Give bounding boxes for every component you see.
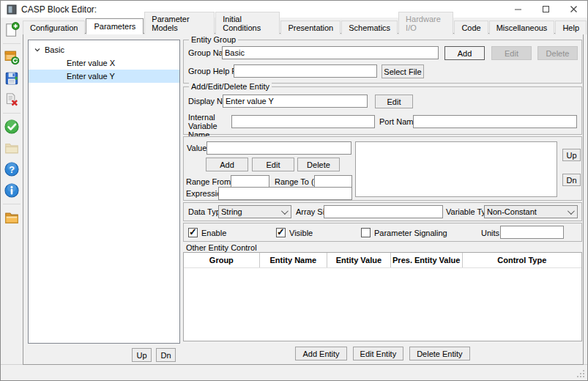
minimize-button[interactable]: [504, 1, 532, 18]
casp-block-editor-window: CASP Block Editor:: [0, 0, 588, 381]
title-bar[interactable]: CASP Block Editor:: [1, 1, 587, 18]
group-name-input[interactable]: [222, 46, 439, 59]
value-delete-button[interactable]: Delete: [297, 158, 340, 171]
new-file-button[interactable]: [3, 21, 21, 39]
entity-detail-panel: Entity Group Group Name Add Edit Delete …: [183, 34, 582, 364]
column-header-entity-name[interactable]: Entity Name: [259, 253, 327, 267]
value-label: Value: [187, 144, 206, 152]
expression-input[interactable]: [218, 187, 352, 200]
entity-tree[interactable]: Basic Enter value X Enter value Y: [28, 40, 180, 344]
maximize-icon: [542, 5, 550, 13]
value-up-button[interactable]: Up: [562, 149, 581, 161]
save-icon: [4, 70, 20, 86]
group-add-button[interactable]: Add: [444, 46, 485, 60]
entity-action-buttons: Add Entity Edit Entity Delete Entity: [183, 347, 582, 360]
left-toolbar: ?: [1, 18, 22, 364]
select-file-button[interactable]: Select File: [382, 64, 424, 78]
tree-dn-button[interactable]: Dn: [156, 348, 176, 362]
info-button[interactable]: [3, 182, 21, 199]
tree-item-enter-value-y[interactable]: Enter value Y: [29, 70, 179, 83]
folder-dim-icon: [4, 140, 20, 156]
column-header-group[interactable]: Group: [184, 253, 259, 267]
group-edit-button: Edit: [491, 46, 532, 60]
value-add-button[interactable]: Add: [206, 158, 248, 171]
other-entity-control-table[interactable]: Group Entity Name Entity Value Pres. Ent…: [183, 252, 582, 341]
visible-label: Visible: [289, 229, 313, 237]
toolbar-separator: [3, 204, 21, 204]
info-icon: [4, 182, 20, 199]
tab-configuration[interactable]: Configuration: [23, 21, 85, 34]
parameter-signaling-checkbox[interactable]: [361, 228, 371, 237]
apply-button[interactable]: [3, 118, 21, 136]
tree-up-button[interactable]: Up: [132, 348, 152, 362]
save-button[interactable]: [3, 70, 21, 87]
toolbar-separator: [3, 43, 21, 44]
data-type-value: String: [221, 207, 281, 216]
tab-miscellaneous[interactable]: Miscellaneous: [489, 21, 555, 34]
app-icon: [7, 4, 17, 15]
tab-parameter-models[interactable]: Parameter Models: [144, 12, 215, 34]
open-refresh-icon: [4, 49, 20, 65]
internal-variable-name-input[interactable]: [231, 115, 375, 128]
parameter-signaling-label: Parameter Signaling: [374, 229, 447, 237]
maximize-button[interactable]: [532, 1, 559, 18]
value-edit-button[interactable]: Edit: [252, 158, 294, 171]
window-title: CASP Block Editor:: [21, 4, 97, 15]
tab-parameters[interactable]: Parameters: [86, 18, 144, 34]
tab-code[interactable]: Code: [454, 21, 488, 34]
enable-label: Enable: [201, 229, 226, 237]
port-name-input[interactable]: [413, 115, 577, 128]
help-icon: ?: [4, 161, 20, 177]
status-bar: [1, 364, 587, 380]
tree-item-label: Enter value Y: [67, 72, 115, 81]
folder-icon: [4, 210, 20, 226]
variable-type-select[interactable]: Non-Constant: [484, 205, 578, 218]
entity-edit-box: Add/Edit/Delete Entity Display Name Edit…: [183, 86, 582, 135]
column-header-entity-value[interactable]: Entity Value: [327, 253, 390, 267]
enable-checkbox[interactable]: [188, 228, 198, 237]
folder-dim-button[interactable]: [3, 139, 21, 157]
help-button[interactable]: ?: [3, 160, 21, 178]
open-refresh-button[interactable]: [3, 48, 21, 66]
resize-grip[interactable]: [576, 369, 586, 379]
table-header-row: Group Entity Name Entity Value Pres. Ent…: [184, 253, 581, 267]
delete-entity-button[interactable]: Delete Entity: [409, 347, 469, 360]
tab-bar: Configuration Parameters Parameter Model…: [23, 19, 587, 34]
window-controls: [504, 1, 587, 18]
port-name-label: Port Name: [379, 117, 418, 126]
tree-item-label: Basic: [45, 45, 64, 54]
close-button[interactable]: [559, 1, 587, 18]
new-file-icon: [4, 22, 20, 38]
display-name-edit-button[interactable]: Edit: [375, 95, 413, 108]
array-size-input[interactable]: [324, 205, 443, 218]
chevron-down-icon: [567, 207, 575, 215]
value-dn-button[interactable]: Dn: [562, 174, 581, 186]
tab-presentation[interactable]: Presentation: [280, 21, 340, 34]
other-entity-control-title: Other Entity Control: [186, 243, 257, 252]
apply-check-icon: [4, 119, 20, 135]
value-input[interactable]: [206, 141, 351, 155]
value-list[interactable]: [355, 141, 557, 197]
add-entity-button[interactable]: Add Entity: [295, 347, 346, 360]
delete-file-button[interactable]: [3, 91, 21, 108]
tree-item-label: Enter value X: [67, 59, 115, 67]
tree-item-enter-value-x[interactable]: Enter value X: [29, 56, 179, 70]
group-help-file-input[interactable]: [234, 64, 377, 78]
svg-text:?: ?: [9, 165, 15, 175]
display-name-input[interactable]: [223, 95, 368, 108]
edit-entity-button[interactable]: Edit Entity: [353, 347, 404, 360]
tab-hardware-io: Hardware I/O: [398, 12, 453, 34]
tab-initial-conditions[interactable]: Initial Conditions: [215, 12, 280, 34]
tab-schematics[interactable]: Schematics: [341, 21, 398, 34]
units-label: Units: [481, 229, 499, 237]
chevron-down-icon[interactable]: [34, 46, 41, 53]
column-header-pres-entity-value[interactable]: Pres. Entity Value: [390, 253, 462, 267]
units-input[interactable]: [500, 226, 564, 239]
tab-help[interactable]: Help: [555, 21, 587, 34]
column-header-control-type[interactable]: Control Type: [462, 253, 581, 267]
tree-item-basic[interactable]: Basic: [29, 43, 179, 56]
visible-checkbox[interactable]: [276, 228, 286, 237]
data-type-select[interactable]: String: [218, 205, 291, 218]
client-area: ? Configuratio: [1, 18, 587, 380]
folder-button[interactable]: [3, 209, 21, 226]
